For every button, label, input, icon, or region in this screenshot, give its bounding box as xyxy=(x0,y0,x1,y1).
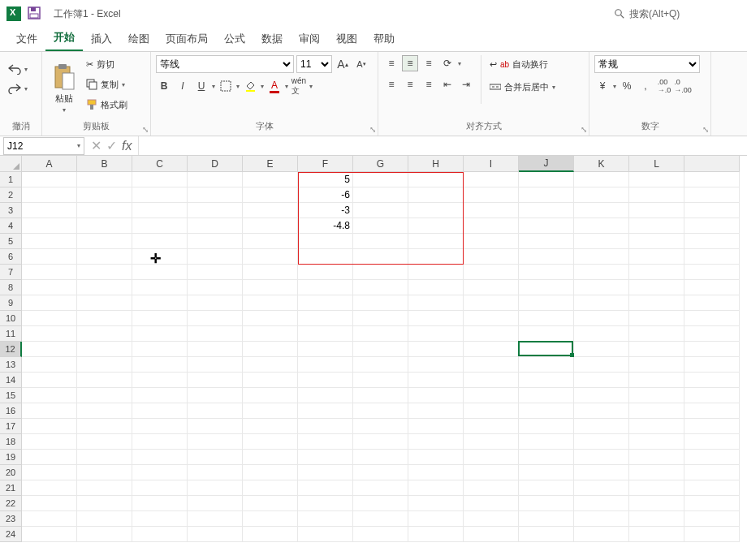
cell-F24[interactable] xyxy=(298,527,353,542)
cell-B15[interactable] xyxy=(77,388,132,403)
align-middle-button[interactable]: ≡ xyxy=(402,55,418,71)
cell-K24[interactable] xyxy=(574,527,629,542)
cell-F9[interactable] xyxy=(298,295,353,311)
underline-button[interactable]: U xyxy=(193,78,209,94)
cell-L20[interactable] xyxy=(629,465,684,480)
cell-C19[interactable] xyxy=(132,450,188,465)
cell-I10[interactable] xyxy=(464,311,519,326)
col-header-B[interactable]: B xyxy=(77,156,132,172)
cell-L2[interactable] xyxy=(629,187,684,203)
cell-I23[interactable] xyxy=(464,511,519,527)
cell-K20[interactable] xyxy=(574,465,629,480)
cell-H18[interactable] xyxy=(408,434,464,450)
cell-D15[interactable] xyxy=(188,388,243,403)
decrease-decimal-button[interactable]: .0→.00 xyxy=(675,78,691,94)
cell-J13[interactable] xyxy=(519,357,574,373)
increase-font-button[interactable]: A▴ xyxy=(335,56,351,72)
cell-F14[interactable] xyxy=(298,373,353,388)
cell-G8[interactable] xyxy=(353,280,408,295)
cancel-formula-button[interactable]: ✕ xyxy=(91,138,101,153)
cell-K17[interactable] xyxy=(574,419,629,434)
cell-I9[interactable] xyxy=(464,295,519,311)
cell-I21[interactable] xyxy=(464,480,519,496)
cell-C17[interactable] xyxy=(132,419,188,434)
cell-G24[interactable] xyxy=(353,527,408,542)
cell-L16[interactable] xyxy=(629,403,684,419)
cell-A2[interactable] xyxy=(22,187,77,203)
cell-E9[interactable] xyxy=(243,295,298,311)
cell-I8[interactable] xyxy=(464,280,519,295)
bold-button[interactable]: B xyxy=(156,78,172,94)
fill-color-button[interactable] xyxy=(242,78,258,94)
cell-E13[interactable] xyxy=(243,357,298,373)
cell-J14[interactable] xyxy=(519,373,574,388)
fx-button[interactable]: fx xyxy=(122,139,132,153)
cell-D3[interactable] xyxy=(188,203,243,218)
cell-J6[interactable] xyxy=(519,249,574,265)
cell-C16[interactable] xyxy=(132,403,188,419)
cell-23[interactable] xyxy=(684,511,740,527)
cell-E24[interactable] xyxy=(243,527,298,542)
cell-E5[interactable] xyxy=(243,234,298,249)
cell-E22[interactable] xyxy=(243,496,298,511)
cell-A12[interactable] xyxy=(22,342,77,357)
cell-J12[interactable] xyxy=(519,342,574,357)
select-all-corner[interactable] xyxy=(0,156,22,172)
italic-button[interactable]: I xyxy=(175,78,191,94)
cell-F18[interactable] xyxy=(298,434,353,450)
cell-C10[interactable] xyxy=(132,311,188,326)
wrap-text-button[interactable]: ↩ab自动换行 xyxy=(488,55,557,73)
cell-16[interactable] xyxy=(684,403,740,419)
cell-F13[interactable] xyxy=(298,357,353,373)
row-header-10[interactable]: 10 xyxy=(0,311,22,326)
cell-14[interactable] xyxy=(684,373,740,388)
cell-J23[interactable] xyxy=(519,511,574,527)
align-left-button[interactable]: ≡ xyxy=(383,76,399,93)
cell-A11[interactable] xyxy=(22,326,77,342)
cell-K23[interactable] xyxy=(574,511,629,527)
cell-20[interactable] xyxy=(684,465,740,480)
cell-D13[interactable] xyxy=(188,357,243,373)
cell-11[interactable] xyxy=(684,326,740,342)
cell-F4[interactable]: -4.8 xyxy=(298,218,353,234)
cell-B10[interactable] xyxy=(77,311,132,326)
cell-I20[interactable] xyxy=(464,465,519,480)
cell-G6[interactable] xyxy=(353,249,408,265)
cell-H8[interactable] xyxy=(408,280,464,295)
cell-C21[interactable] xyxy=(132,480,188,496)
cell-E15[interactable] xyxy=(243,388,298,403)
col-header-[interactable] xyxy=(684,156,740,172)
tab-公式[interactable]: 公式 xyxy=(216,27,253,51)
tab-开始[interactable]: 开始 xyxy=(45,25,83,51)
cell-K9[interactable] xyxy=(574,295,629,311)
font-size-combo[interactable]: 11 xyxy=(296,55,332,73)
cell-G17[interactable] xyxy=(353,419,408,434)
cell-A9[interactable] xyxy=(22,295,77,311)
row-header-23[interactable]: 23 xyxy=(0,511,22,527)
cell-D22[interactable] xyxy=(188,496,243,511)
cell-I4[interactable] xyxy=(464,218,519,234)
cell-L17[interactable] xyxy=(629,419,684,434)
cell-A24[interactable] xyxy=(22,527,77,542)
cell-I18[interactable] xyxy=(464,434,519,450)
cell-B24[interactable] xyxy=(77,527,132,542)
cell-E20[interactable] xyxy=(243,465,298,480)
cell-D11[interactable] xyxy=(188,326,243,342)
cell-E6[interactable] xyxy=(243,249,298,265)
cell-C24[interactable] xyxy=(132,527,188,542)
cell-7[interactable] xyxy=(684,265,740,280)
cell-17[interactable] xyxy=(684,419,740,434)
cell-E19[interactable] xyxy=(243,450,298,465)
cell-D6[interactable] xyxy=(188,249,243,265)
col-header-H[interactable]: H xyxy=(408,156,464,172)
cell-G12[interactable] xyxy=(353,342,408,357)
col-header-G[interactable]: G xyxy=(353,156,408,172)
cell-I11[interactable] xyxy=(464,326,519,342)
cell-F17[interactable] xyxy=(298,419,353,434)
cell-L5[interactable] xyxy=(629,234,684,249)
cell-15[interactable] xyxy=(684,388,740,403)
cell-L24[interactable] xyxy=(629,527,684,542)
cell-K21[interactable] xyxy=(574,480,629,496)
cell-D19[interactable] xyxy=(188,450,243,465)
cell-E16[interactable] xyxy=(243,403,298,419)
